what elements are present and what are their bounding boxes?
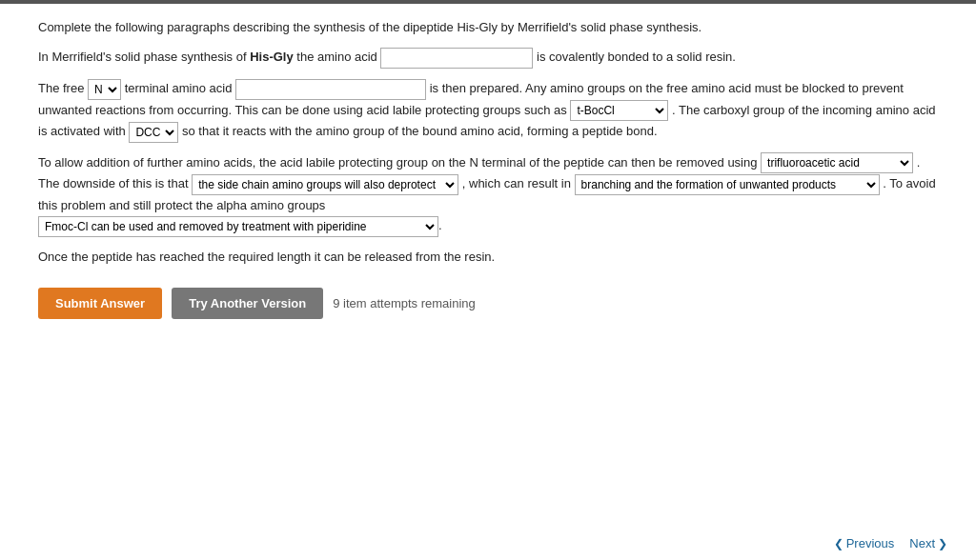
branch-select[interactable]: branching and the formation of unwanted … <box>575 174 880 195</box>
dcc-select[interactable]: DCC EDC NHS <box>129 122 178 143</box>
free-amino-acid-input[interactable] <box>235 79 426 100</box>
paragraph-1: In Merrifield's solid phase synthesis of… <box>38 47 938 69</box>
intro-text: Complete the following paragraphs descri… <box>38 20 702 34</box>
fmoc-select[interactable]: Fmoc-Cl can be used and removed by treat… <box>38 216 438 237</box>
p2-pre: The free <box>38 81 84 95</box>
chevron-right-icon <box>938 536 947 550</box>
p2-mid: terminal amino acid <box>125 81 233 95</box>
paragraph-2: The free N C terminal amino acid is then… <box>38 78 938 143</box>
main-content: Complete the following paragraphs descri… <box>0 4 976 319</box>
bottom-navigation: Previous Next <box>834 536 947 550</box>
p1-bold: His-Gly <box>250 50 294 64</box>
n-c-select[interactable]: N C <box>88 79 121 100</box>
next-link[interactable]: Next <box>909 536 947 550</box>
attempts-text: 9 item attempts remaining <box>333 296 476 310</box>
intro-paragraph: Complete the following paragraphs descri… <box>38 17 938 37</box>
p3-end: . <box>438 218 442 232</box>
paragraph-3: To allow addition of further amino acids… <box>38 152 938 237</box>
button-row: Submit Answer Try Another Version 9 item… <box>38 288 938 319</box>
previous-label: Previous <box>846 536 895 550</box>
previous-link[interactable]: Previous <box>834 536 895 550</box>
side-select[interactable]: the side chain amino groups will also de… <box>192 174 458 195</box>
submit-button[interactable]: Submit Answer <box>38 288 162 319</box>
p1-pre: In Merrifield's solid phase synthesis of <box>38 50 247 64</box>
p2-end2: so that it reacts with the amino group o… <box>182 124 658 138</box>
tboccl-select[interactable]: t-BocCl Fmoc-Cl Boc anhydride <box>570 100 668 121</box>
amino-acid-input[interactable] <box>380 48 533 69</box>
paragraph-4: Once the peptide has reached the require… <box>38 247 938 267</box>
p4-text: Once the peptide has reached the require… <box>38 250 495 264</box>
chevron-left-icon <box>834 536 844 550</box>
tfa-select[interactable]: trifluoroacetic acid hydrochloric acid p… <box>761 152 913 173</box>
p3-pre: To allow addition of further amino acids… <box>38 155 757 170</box>
p1-mid: the amino acid <box>296 50 377 64</box>
try-another-button[interactable]: Try Another Version <box>172 288 323 319</box>
p1-end: is covalently bonded to a solid resin. <box>537 50 736 64</box>
p3-mid2: , which can result in <box>462 176 571 190</box>
next-label: Next <box>909 536 935 550</box>
